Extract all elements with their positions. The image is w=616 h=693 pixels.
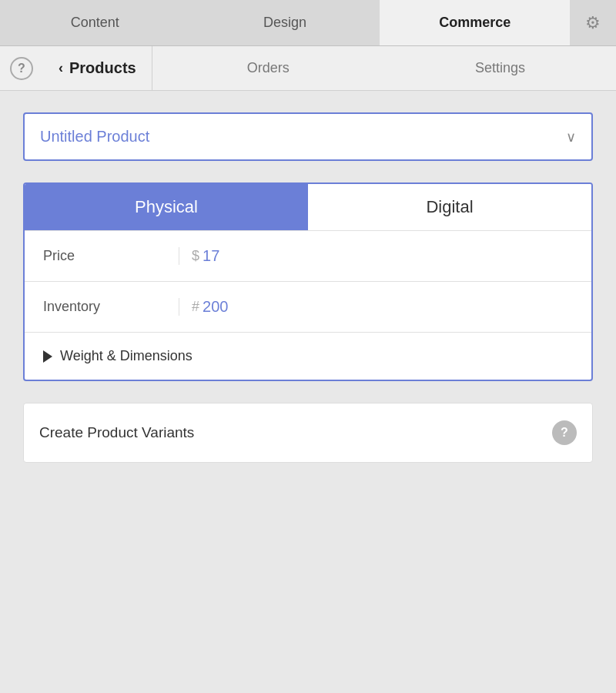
currency-symbol: $ — [192, 248, 199, 264]
gear-icon: ⚙ — [585, 13, 601, 33]
expand-icon — [43, 350, 52, 363]
product-name: Untitled Product — [40, 128, 149, 146]
secondary-nav: ? ‹ Products Orders Settings — [0, 46, 616, 91]
variants-help-icon: ? — [561, 426, 568, 440]
price-value[interactable]: $ 17 — [179, 247, 591, 265]
variants-section[interactable]: Create Product Variants ? — [23, 403, 593, 463]
inventory-label: Inventory — [25, 299, 179, 315]
product-type-section: Physical Digital Price $ 17 Inventory # … — [23, 182, 593, 381]
chevron-down-icon: ∨ — [566, 129, 576, 146]
nav-products[interactable]: ‹ Products — [43, 46, 152, 90]
back-chevron-icon: ‹ — [59, 60, 63, 76]
price-row: Price $ 17 — [25, 230, 591, 281]
weight-dimensions-label: Weight & Dimensions — [60, 348, 192, 364]
top-tab-bar: Content Design Commerce ⚙ — [0, 0, 616, 46]
main-content: Untitled Product ∨ Physical Digital Pric… — [0, 91, 616, 484]
inventory-amount: 200 — [203, 298, 228, 316]
tab-digital-label: Digital — [426, 197, 473, 217]
nav-orders[interactable]: Orders — [152, 46, 384, 90]
tab-physical-label: Physical — [135, 197, 198, 217]
help-button[interactable]: ? — [0, 57, 43, 80]
inventory-row: Inventory # 200 — [25, 281, 591, 332]
product-type-tabs: Physical Digital — [25, 184, 591, 230]
tab-commerce[interactable]: Commerce — [380, 0, 570, 45]
variants-label: Create Product Variants — [39, 424, 194, 441]
inventory-value[interactable]: # 200 — [179, 298, 591, 316]
gear-button[interactable]: ⚙ — [570, 0, 616, 45]
help-label: ? — [18, 62, 25, 75]
variants-help-button[interactable]: ? — [552, 420, 577, 445]
price-label-text: Price — [43, 248, 75, 263]
price-amount: 17 — [203, 247, 219, 265]
nav-settings[interactable]: Settings — [384, 46, 616, 90]
tab-content-label: Content — [71, 15, 119, 31]
tab-design-label: Design — [263, 15, 306, 31]
help-circle[interactable]: ? — [10, 57, 33, 80]
tab-digital[interactable]: Digital — [308, 184, 591, 230]
tab-physical[interactable]: Physical — [25, 184, 308, 230]
hash-symbol: # — [192, 299, 199, 315]
nav-products-label: Products — [69, 59, 136, 77]
nav-settings-label: Settings — [475, 60, 525, 76]
nav-orders-label: Orders — [247, 60, 290, 76]
tab-commerce-label: Commerce — [439, 15, 511, 31]
tab-design[interactable]: Design — [190, 0, 380, 45]
tab-content[interactable]: Content — [0, 0, 190, 45]
product-selector[interactable]: Untitled Product ∨ — [23, 112, 593, 161]
weight-dimensions-row[interactable]: Weight & Dimensions — [25, 332, 591, 380]
inventory-label-text: Inventory — [43, 299, 100, 314]
price-label: Price — [25, 248, 179, 264]
